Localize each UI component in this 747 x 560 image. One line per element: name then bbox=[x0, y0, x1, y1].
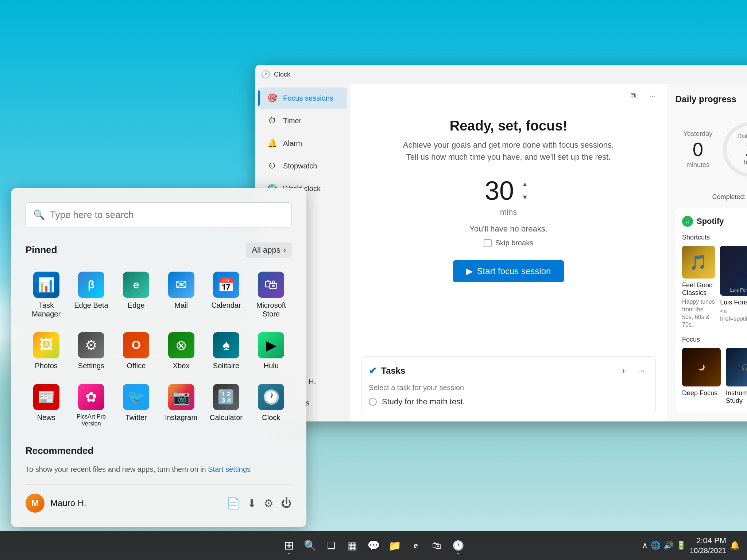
tasks-header: ✔ Tasks ＋ ··· bbox=[369, 364, 648, 378]
tasks-more-button[interactable]: ··· bbox=[634, 364, 648, 378]
pinned-apps-grid: 📊 Task Manager β Edge Beta e Edge ✉ Mail… bbox=[26, 267, 292, 432]
add-task-button[interactable]: ＋ bbox=[617, 364, 631, 378]
time-down-button[interactable]: ▼ bbox=[518, 192, 532, 203]
pinned-ms-store[interactable]: 🛍 Microsoft Store bbox=[251, 267, 292, 323]
alarm-label: Alarm bbox=[283, 139, 302, 148]
edge-taskbar[interactable]: e bbox=[406, 536, 425, 555]
task-radio-button[interactable] bbox=[369, 398, 377, 406]
pinned-twitter[interactable]: 🐦 Twitter bbox=[116, 379, 157, 432]
pinned-mail[interactable]: ✉ Mail bbox=[160, 267, 202, 323]
user-avatar: M bbox=[26, 494, 44, 513]
taskbar-right: ∧ 🌐 🔊 🔋 2:04 PM 10/28/2021 🔔 bbox=[642, 536, 740, 556]
user-info[interactable]: M Mauro H. bbox=[26, 494, 86, 513]
start-settings-link[interactable]: Start settings bbox=[208, 465, 251, 473]
deep-focus-name: Deep Focus bbox=[682, 389, 721, 397]
focus-more-button[interactable]: ··· bbox=[645, 88, 659, 103]
tasks-check-icon: ✔ bbox=[369, 365, 377, 377]
download-icon[interactable]: ⬇ bbox=[247, 497, 256, 510]
file-icon[interactable]: 📄 bbox=[227, 497, 240, 510]
pinned-xbox[interactable]: ⊗ Xbox bbox=[160, 327, 202, 375]
battery-icon[interactable]: 🔋 bbox=[676, 541, 686, 550]
clock-title-icon: 🕐 bbox=[261, 70, 270, 79]
pinned-task-manager[interactable]: 📊 Task Manager bbox=[26, 267, 67, 323]
recommended-subtitle: To show your recent files and new apps, … bbox=[26, 465, 292, 474]
clock-taskbar[interactable]: 🕐 bbox=[449, 536, 468, 555]
all-apps-arrow-icon: › bbox=[283, 245, 286, 255]
taskbar-time[interactable]: 2:04 PM 10/28/2021 bbox=[690, 536, 726, 556]
spotify-logo: ♫ bbox=[682, 216, 693, 227]
pinned-edge-beta[interactable]: β Edge Beta bbox=[70, 267, 112, 323]
search-input[interactable] bbox=[50, 209, 284, 221]
calendar-icon: 📅 bbox=[213, 272, 239, 298]
store-taskbar[interactable]: 🛍 bbox=[427, 536, 446, 555]
xbox-label: Xbox bbox=[173, 361, 190, 370]
focus-restore-button[interactable]: ⧉ bbox=[626, 88, 640, 103]
pinned-hulu[interactable]: ▶ Hulu bbox=[251, 327, 292, 375]
news-icon: 📰 bbox=[33, 384, 59, 410]
news-label: News bbox=[37, 413, 55, 422]
focus-music-header: Focus See all bbox=[682, 336, 747, 343]
tasks-section: ✔ Tasks ＋ ··· Select a task for your ses… bbox=[361, 356, 656, 414]
search-button[interactable]: 🔍 bbox=[301, 536, 320, 555]
nav-focus-sessions[interactable]: 🎯 Focus sessions bbox=[258, 88, 347, 109]
yesterday-unit: minutes bbox=[686, 161, 709, 169]
widgets-button[interactable]: ▦ bbox=[343, 536, 362, 555]
power-icon[interactable]: ⏻ bbox=[281, 497, 292, 510]
pinned-settings[interactable]: ⚙ Settings bbox=[70, 327, 112, 375]
recommended-label: Recommended bbox=[26, 445, 93, 456]
volume-icon[interactable]: 🔊 bbox=[663, 541, 673, 550]
instagram-icon: 📷 bbox=[168, 384, 194, 410]
pinned-edge[interactable]: e Edge bbox=[116, 267, 157, 323]
music-card-instrumental[interactable]: 🎧 Instrumental Study bbox=[726, 348, 747, 406]
pinned-picsart[interactable]: ✿ PicsArt Pro Version bbox=[70, 379, 112, 432]
skip-breaks-label: Skip breaks bbox=[495, 239, 534, 247]
no-breaks-text: You'll have no breaks. bbox=[469, 224, 547, 234]
music-card-fonsi[interactable]: Luis Fonsi Mix Luis Fonsi Mix <a href=sp… bbox=[720, 246, 747, 328]
chevron-icon[interactable]: ∧ bbox=[642, 541, 648, 550]
all-apps-button[interactable]: All apps › bbox=[246, 242, 292, 258]
all-apps-label: All apps bbox=[252, 245, 280, 255]
task-view-button[interactable]: ❑ bbox=[322, 536, 341, 555]
calculator-icon: 🔢 bbox=[213, 384, 239, 410]
progress-title: Daily progress bbox=[676, 94, 736, 104]
mail-label: Mail bbox=[174, 301, 188, 310]
pinned-calendar[interactable]: 📅 Calendar bbox=[205, 267, 247, 323]
nav-alarm[interactable]: 🔔 Alarm bbox=[258, 133, 347, 154]
nav-timer[interactable]: ⏱ Timer bbox=[258, 110, 347, 131]
window-titlebar: 🕐 Clock ─ ☐ ✕ bbox=[255, 65, 747, 84]
fonsi-name: Luis Fonsi Mix bbox=[720, 299, 747, 306]
tasks-actions: ＋ ··· bbox=[617, 364, 648, 378]
mail-icon: ✉ bbox=[168, 272, 194, 298]
network-icon[interactable]: 🌐 bbox=[651, 541, 661, 550]
pinned-calculator[interactable]: 🔢 Calculator bbox=[205, 379, 247, 432]
pinned-news[interactable]: 📰 News bbox=[26, 379, 67, 432]
pinned-clock[interactable]: 🕐 Clock bbox=[251, 379, 292, 432]
pinned-office[interactable]: O Office bbox=[116, 327, 157, 375]
search-bar[interactable]: 🔍 bbox=[26, 202, 292, 228]
notifications-icon[interactable]: 🔔 bbox=[730, 541, 740, 550]
taskbar: ⊞ 🔍 ❑ ▦ 💬 📁 e 🛍 🕐 ∧ 🌐 🔊 🔋 2:04 PM 10/28/… bbox=[0, 531, 747, 560]
pinned-instagram[interactable]: 📷 Instagram bbox=[160, 379, 202, 432]
search-icon: 🔍 bbox=[33, 209, 45, 221]
pinned-photos[interactable]: 🖼 Photos bbox=[26, 327, 67, 375]
music-card-classics[interactable]: 🎵 Feel Good Classics Happy tunes from th… bbox=[682, 246, 715, 328]
pinned-solitaire[interactable]: ♠ Solitaire bbox=[205, 327, 247, 375]
settings-footer-icon[interactable]: ⚙ bbox=[264, 497, 274, 510]
start-focus-button[interactable]: ▶ Start focus session bbox=[453, 260, 564, 282]
shortcuts-header: Shortcuts See all bbox=[682, 234, 747, 241]
instrumental-name: Instrumental Study bbox=[726, 389, 747, 405]
recommended-section: Recommended To show your recent files an… bbox=[26, 445, 292, 474]
time-up-down: ▲ ▼ bbox=[518, 179, 532, 203]
instrumental-thumb: 🎧 bbox=[726, 348, 747, 386]
music-card-deep-focus[interactable]: 🌙 Deep Focus bbox=[682, 348, 721, 406]
start-button[interactable]: ⊞ bbox=[279, 536, 298, 555]
nav-stopwatch[interactable]: ⏲ Stopwatch bbox=[258, 155, 347, 176]
solitaire-icon: ♠ bbox=[213, 332, 239, 358]
yesterday-value: 0 bbox=[693, 140, 703, 159]
select-task-text: Select a task for your session bbox=[369, 384, 648, 392]
file-explorer-taskbar[interactable]: 📁 bbox=[385, 536, 404, 555]
skip-breaks-checkbox[interactable] bbox=[484, 239, 492, 247]
chat-button[interactable]: 💬 bbox=[364, 536, 383, 555]
time-up-button[interactable]: ▲ bbox=[518, 179, 532, 190]
clock-app-window: 🕐 Clock ─ ☐ ✕ 🎯 Focus sessions ⏱ Timer 🔔… bbox=[255, 65, 747, 421]
